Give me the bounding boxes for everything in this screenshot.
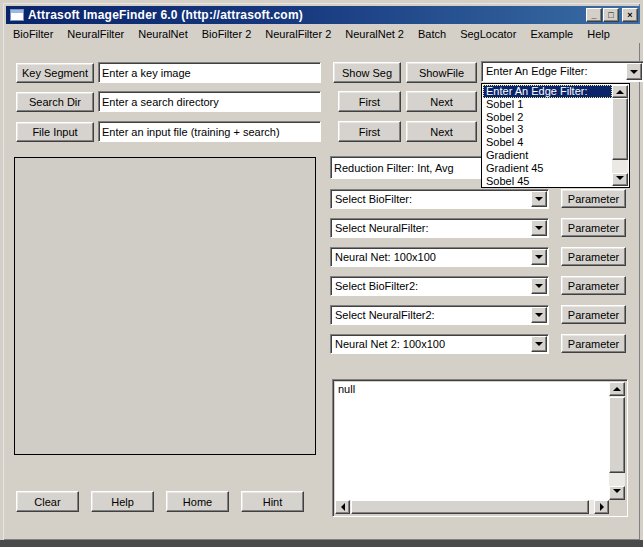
edge-filter-dropdown-button[interactable]: [626, 63, 642, 80]
chevron-down-icon: [535, 313, 543, 321]
image-preview-panel: [14, 157, 316, 455]
menu-biofilter[interactable]: BioFilter: [6, 26, 60, 42]
neuralnet-value: Neural Net: 100x100: [335, 251, 528, 263]
output-text: null: [335, 382, 609, 500]
scroll-right-icon[interactable]: [594, 500, 609, 514]
biofilter2-combobox[interactable]: Select BioFilter2:: [330, 276, 549, 296]
biofilter2-parameter-button[interactable]: Parameter: [561, 276, 626, 295]
scroll-up-icon[interactable]: [612, 85, 628, 98]
input-file-input[interactable]: [98, 121, 321, 142]
neuralnet-combobox[interactable]: Neural Net: 100x100: [330, 247, 549, 267]
biofilter-dropdown-button[interactable]: [531, 191, 547, 207]
app-icon: [10, 9, 24, 21]
reduction-filter-input[interactable]: [330, 156, 486, 179]
biofilter-value: Select BioFilter:: [335, 193, 528, 205]
next-button-1[interactable]: Next: [406, 91, 477, 112]
neuralfilter2-dropdown-button[interactable]: [531, 307, 547, 323]
show-seg-button[interactable]: Show Seg: [333, 62, 401, 83]
list-scrollbar[interactable]: [612, 85, 628, 186]
list-item[interactable]: Enter An Edge Filter:: [483, 85, 612, 98]
neuralfilter-value: Select NeuralFilter:: [335, 222, 528, 234]
menu-neuralfilter-2[interactable]: NeuralFilter 2: [258, 26, 338, 42]
chevron-down-icon: [535, 197, 543, 205]
title-bar: Attrasoft ImageFinder 6.0 (http://attras…: [6, 6, 640, 24]
key-image-input[interactable]: [98, 62, 321, 83]
biofilter-combobox[interactable]: Select BioFilter:: [330, 189, 549, 209]
biofilter2-value: Select BioFilter2:: [335, 280, 528, 292]
hint-button[interactable]: Hint: [241, 491, 304, 512]
scroll-down-icon[interactable]: [612, 173, 628, 186]
output-vertical-scrollbar[interactable]: [609, 382, 625, 500]
clear-button[interactable]: Clear: [16, 491, 79, 512]
neuralfilter2-parameter-button[interactable]: Parameter: [561, 305, 626, 324]
neuralfilter-parameter-button[interactable]: Parameter: [561, 218, 626, 237]
minimize-icon[interactable]: _: [586, 8, 602, 22]
menu-neuralfilter[interactable]: NeuralFilter: [60, 26, 131, 42]
menu-neuralnet[interactable]: NeuralNet: [131, 26, 195, 42]
list-item[interactable]: Sobel 4: [483, 136, 612, 149]
neuralfilter-combobox[interactable]: Select NeuralFilter:: [330, 218, 549, 238]
scroll-down-icon[interactable]: [609, 486, 625, 500]
show-file-button[interactable]: ShowFile: [406, 62, 477, 83]
list-item[interactable]: Gradient: [483, 149, 612, 162]
chevron-down-icon: [535, 284, 543, 292]
edge-filter-options: Enter An Edge Filter: Sobel 1 Sobel 2 So…: [483, 85, 612, 186]
edge-filter-value: Enter An Edge Filter:: [486, 65, 623, 77]
neuralnet-dropdown-button[interactable]: [531, 249, 547, 265]
edge-filter-combobox[interactable]: Enter An Edge Filter:: [481, 61, 643, 82]
menu-seglocator[interactable]: SegLocator: [453, 26, 523, 42]
neuralfilter2-value: Select NeuralFilter2:: [335, 309, 528, 321]
list-item[interactable]: Sobel 2: [483, 111, 612, 124]
scrollbar-thumb[interactable]: [612, 98, 628, 160]
search-directory-input[interactable]: [98, 91, 321, 112]
help-button[interactable]: Help: [91, 491, 154, 512]
neuralnet2-value: Neural Net 2: 100x100: [335, 338, 528, 350]
window-title: Attrasoft ImageFinder 6.0 (http://attras…: [28, 8, 303, 22]
list-item[interactable]: Sobel 1: [483, 98, 612, 111]
maximize-icon[interactable]: □: [603, 8, 619, 22]
menu-help[interactable]: Help: [580, 26, 617, 42]
scroll-up-icon[interactable]: [609, 382, 625, 396]
list-item[interactable]: Sobel 45: [483, 175, 612, 188]
menu-batch[interactable]: Batch: [411, 26, 453, 42]
neuralnet2-parameter-button[interactable]: Parameter: [561, 334, 626, 353]
scrollbar-thumb[interactable]: [609, 397, 625, 473]
neuralnet-parameter-button[interactable]: Parameter: [561, 247, 626, 266]
app-window: Attrasoft ImageFinder 6.0 (http://attras…: [0, 0, 643, 540]
key-segment-button[interactable]: Key Segment: [16, 63, 94, 83]
home-button[interactable]: Home: [166, 491, 229, 512]
next-button-2[interactable]: Next: [406, 121, 477, 142]
biofilter-parameter-button[interactable]: Parameter: [561, 189, 626, 208]
file-input-button[interactable]: File Input: [16, 122, 94, 142]
first-button-2[interactable]: First: [338, 121, 401, 142]
window-controls: _ □ ×: [585, 8, 638, 22]
chevron-down-icon: [535, 226, 543, 234]
biofilter2-dropdown-button[interactable]: [531, 278, 547, 294]
close-icon[interactable]: ×: [622, 8, 638, 22]
search-dir-button[interactable]: Search Dir: [16, 92, 94, 112]
output-horizontal-scrollbar[interactable]: [335, 500, 609, 514]
edge-filter-dropdown-list: Enter An Edge Filter: Sobel 1 Sobel 2 So…: [481, 83, 630, 188]
menu-neuralnet-2[interactable]: NeuralNet 2: [338, 26, 411, 42]
menu-example[interactable]: Example: [523, 26, 580, 42]
neuralnet2-combobox[interactable]: Neural Net 2: 100x100: [330, 334, 549, 354]
scroll-left-icon[interactable]: [335, 500, 350, 514]
neuralfilter-dropdown-button[interactable]: [531, 220, 547, 236]
menu-biofilter-2[interactable]: BioFilter 2: [195, 26, 259, 42]
screen: Attrasoft ImageFinder 6.0 (http://attras…: [0, 0, 643, 547]
chevron-down-icon: [535, 255, 543, 263]
neuralfilter2-combobox[interactable]: Select NeuralFilter2:: [330, 305, 549, 325]
menu-bar: BioFilter NeuralFilter NeuralNet BioFilt…: [6, 24, 640, 43]
neuralnet2-dropdown-button[interactable]: [531, 336, 547, 352]
chevron-down-icon: [630, 70, 638, 78]
output-textarea[interactable]: null: [332, 379, 628, 517]
desktop-edge: [0, 540, 643, 547]
scrollbar-thumb[interactable]: [351, 500, 589, 514]
list-item[interactable]: Sobel 3: [483, 123, 612, 136]
first-button-1[interactable]: First: [338, 91, 401, 112]
chevron-down-icon: [535, 342, 543, 350]
list-item[interactable]: Gradient 45: [483, 162, 612, 175]
